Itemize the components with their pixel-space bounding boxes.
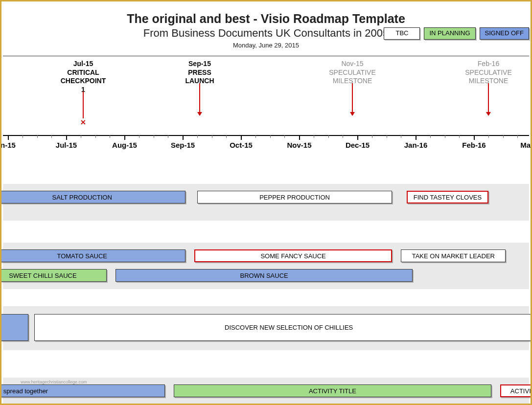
activity-bar[interactable]: FIND TASTEY CLOVES bbox=[407, 191, 488, 203]
activity-bar-label: TOMATO SAUCE bbox=[57, 252, 107, 260]
legend-signed-off: SIGNED OFF bbox=[480, 27, 529, 40]
legend-tbc: TBC bbox=[384, 27, 420, 40]
page-title: The original and best - Visio Roadmap Te… bbox=[3, 12, 529, 26]
axis-tick-label: Jul-15 bbox=[56, 141, 77, 149]
activity-bar[interactable]: SALT PRODUCTION bbox=[0, 191, 185, 203]
axis-tick: n-15 bbox=[8, 135, 8, 140]
activity-bar[interactable]: DISCOVER NEW SELECTION OF CHILLIES bbox=[34, 314, 532, 341]
activity-bar[interactable]: ACTIVITY TITLE bbox=[174, 384, 491, 397]
activity-bar[interactable]: SOME FANCY SAUCE bbox=[194, 249, 393, 262]
activity-bar-label: DISCOVER NEW SELECTION OF CHILLIES bbox=[225, 324, 353, 331]
page-date: Monday, June 29, 2015 bbox=[3, 42, 529, 49]
milestone-x-icon: ✕ bbox=[80, 118, 86, 126]
activity-bar[interactable]: PEPPER PRODUCTION bbox=[197, 191, 393, 203]
activity-bar[interactable]: TAKE ON MARKET LEADER bbox=[401, 249, 506, 262]
milestone-label: Nov-15SPECULATIVEMILESTONE bbox=[318, 60, 387, 86]
activity-bar-label: SWEET CHILLI SAUCE bbox=[9, 272, 76, 279]
activity-bar-label: ACTIVITY bbox=[510, 387, 532, 395]
axis-tick: Jul-15 bbox=[66, 135, 67, 140]
axis-tick-label: Mar-16 bbox=[520, 141, 532, 149]
axis-tick: Jan-16 bbox=[416, 135, 416, 140]
activity-bar-label: SOME FANCY SAUCE bbox=[260, 252, 325, 260]
axis-tick: Oct-15 bbox=[241, 135, 241, 140]
axis-tick: Aug-15 bbox=[124, 135, 125, 140]
swimlane: SALT PRODUCTIONPEPPER PRODUCTIONFIND TAS… bbox=[3, 184, 529, 221]
milestones-area: Jul-15CRITICALCHECKPOINT1✕Sep-15PRESSLAU… bbox=[3, 57, 529, 135]
axis-tick: Nov-15 bbox=[299, 135, 300, 140]
header-divider bbox=[3, 56, 529, 56]
axis-tick-label: Sep-15 bbox=[171, 141, 195, 149]
swimlane: TOMATO SAUCESOME FANCY SAUCETAKE ON MARK… bbox=[3, 243, 529, 289]
legend: TBC IN PLANNING SIGNED OFF bbox=[384, 27, 529, 40]
milestone: Jul-15CRITICALCHECKPOINT1✕ bbox=[49, 60, 117, 94]
axis-tick-label: Jan-16 bbox=[404, 141, 428, 149]
watermark: www.heritagechristiancollege.com bbox=[21, 380, 87, 384]
activity-bar-label: FIND TASTEY CLOVES bbox=[414, 194, 482, 201]
swimlane: DISCOVER NEW SELECTION OF CHILLIES bbox=[3, 306, 529, 350]
activity-bar-label: a good spread together bbox=[0, 387, 48, 395]
milestone-arrow-icon bbox=[486, 112, 491, 116]
axis-tick-label: Oct-15 bbox=[230, 141, 253, 149]
milestone-arrow-icon bbox=[197, 112, 202, 116]
axis-tick-label: Dec-15 bbox=[346, 141, 370, 149]
activity-bar-label: SALT PRODUCTION bbox=[52, 194, 112, 201]
activity-bar-label: TAKE ON MARKET LEADER bbox=[412, 252, 495, 260]
timeline-axis: n-15Jul-15Aug-15Sep-15Oct-15Nov-15Dec-15… bbox=[3, 135, 529, 155]
milestone: Nov-15SPECULATIVEMILESTONE bbox=[318, 60, 387, 86]
activity-bar[interactable]: ACTIVITY bbox=[500, 384, 532, 397]
activity-bar[interactable]: SWEET CHILLI SAUCE bbox=[0, 269, 107, 282]
activity-bar[interactable] bbox=[0, 314, 28, 341]
axis-tick-label: Nov-15 bbox=[287, 141, 311, 149]
milestone-label: Feb-16SPECULATIVEMILESTONE bbox=[454, 60, 523, 86]
axis-tick-label: Feb-16 bbox=[462, 141, 486, 149]
milestone: Sep-15PRESSLAUNCH bbox=[165, 60, 234, 86]
activity-bar[interactable]: a good spread together bbox=[0, 384, 165, 397]
axis-tick-label: Aug-15 bbox=[112, 141, 137, 149]
activity-bar[interactable]: BROWN SAUCE bbox=[116, 269, 413, 282]
milestone-label: Sep-15PRESSLAUNCH bbox=[165, 60, 234, 86]
activity-bar-label: BROWN SAUCE bbox=[240, 272, 288, 279]
activity-bar[interactable]: TOMATO SAUCE bbox=[0, 249, 185, 262]
activity-bar-label: PEPPER PRODUCTION bbox=[259, 194, 330, 201]
milestone: Feb-16SPECULATIVEMILESTONE bbox=[454, 60, 523, 86]
axis-tick: Feb-16 bbox=[474, 135, 474, 140]
milestone-arrow-icon bbox=[350, 112, 355, 116]
axis-tick: Sep-15 bbox=[183, 135, 183, 140]
activity-bar-label: ACTIVITY TITLE bbox=[309, 387, 356, 395]
axis-tick: Dec-15 bbox=[357, 135, 358, 140]
legend-in-planning: IN PLANNING bbox=[424, 27, 475, 40]
milestone-label: Jul-15CRITICALCHECKPOINT1 bbox=[49, 60, 117, 94]
axis-tick-label: n-15 bbox=[0, 141, 16, 149]
